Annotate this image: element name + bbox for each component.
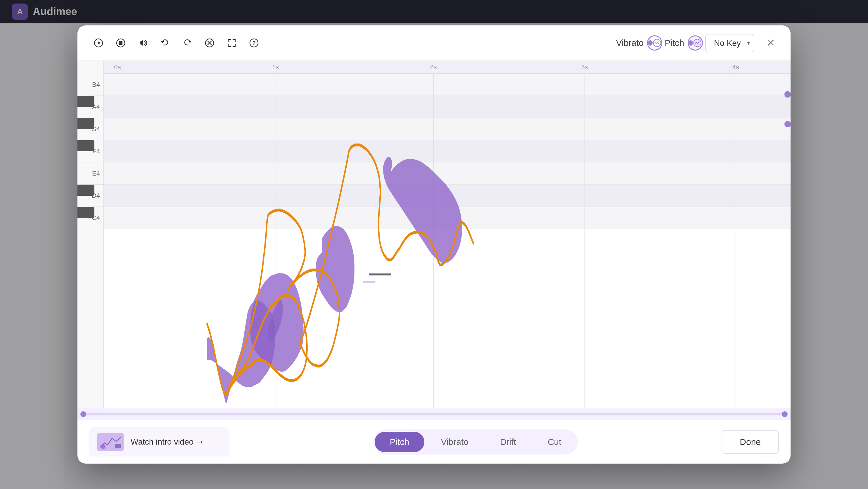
key-Bb4 bbox=[78, 96, 94, 107]
expand-button[interactable] bbox=[222, 34, 241, 52]
tab-cut[interactable]: Cut bbox=[532, 432, 577, 452]
svg-rect-3 bbox=[119, 41, 122, 45]
svg-marker-1 bbox=[98, 41, 100, 45]
done-button[interactable]: Done bbox=[721, 430, 779, 454]
key-E4: E4 bbox=[78, 162, 103, 185]
progress-bar[interactable] bbox=[78, 409, 790, 420]
time-3s: 3s bbox=[581, 63, 588, 71]
footer-tabs: Pitch Vibrato Drift Cut bbox=[373, 429, 578, 455]
svg-rect-14 bbox=[115, 444, 121, 448]
clear-button[interactable] bbox=[200, 34, 219, 52]
vibrato-label: Vibrato bbox=[616, 35, 662, 51]
key-Gb4 bbox=[78, 140, 94, 151]
pitch-visualization bbox=[104, 74, 790, 409]
scroll-handles bbox=[785, 74, 790, 409]
vibrato-icon bbox=[647, 35, 662, 51]
help-button[interactable]: ? bbox=[245, 34, 263, 52]
svg-point-15 bbox=[101, 444, 105, 449]
pitch-editor-modal: ? Vibrato Pitch bbox=[78, 25, 790, 464]
close-button[interactable]: ✕ bbox=[763, 35, 779, 51]
time-0s: 0s bbox=[114, 63, 121, 71]
key-Eb4 bbox=[78, 185, 94, 196]
progress-track[interactable] bbox=[83, 413, 785, 415]
piano-roll-container: B4 A4 G4 F4 E4 D4 bbox=[78, 61, 790, 409]
pitch-icon bbox=[688, 35, 703, 51]
volume-button[interactable] bbox=[133, 34, 152, 52]
progress-start-handle[interactable] bbox=[81, 411, 86, 417]
modal-toolbar: ? Vibrato Pitch bbox=[78, 25, 790, 61]
svg-point-10 bbox=[694, 39, 702, 47]
time-1s: 1s bbox=[272, 63, 279, 71]
scroll-dot-bottom[interactable] bbox=[784, 121, 790, 127]
piano-keys: B4 A4 G4 F4 E4 D4 bbox=[78, 61, 104, 409]
time-ruler: 0s 1s 2s 3s 4s bbox=[104, 61, 790, 74]
grid-area: 0s 1s 2s 3s 4s bbox=[104, 61, 790, 409]
key-Db4 bbox=[78, 207, 94, 218]
key-B4: B4 bbox=[78, 74, 103, 96]
modal-footer: Watch intro video → Pitch Vibrato Drift … bbox=[78, 420, 790, 464]
watch-intro-label: Watch intro video → bbox=[131, 437, 204, 447]
tab-drift[interactable]: Drift bbox=[485, 432, 531, 452]
time-2s: 2s bbox=[430, 63, 437, 71]
stop-button[interactable] bbox=[111, 34, 130, 52]
svg-rect-13 bbox=[97, 433, 124, 451]
tab-vibrato[interactable]: Vibrato bbox=[426, 432, 484, 452]
scroll-dot-top[interactable] bbox=[784, 91, 790, 98]
no-key-wrapper[interactable]: No Key CC#D D#EF F#GG# AA#B bbox=[705, 34, 754, 52]
redo-button[interactable] bbox=[178, 34, 197, 52]
play-button[interactable] bbox=[89, 34, 108, 52]
watch-intro-card[interactable]: Watch intro video → bbox=[89, 427, 229, 457]
watch-intro-thumbnail bbox=[97, 433, 124, 451]
progress-end-handle[interactable] bbox=[782, 411, 787, 417]
time-4s: 4s bbox=[732, 63, 739, 71]
svg-text:?: ? bbox=[252, 40, 256, 46]
undo-button[interactable] bbox=[156, 34, 175, 52]
key-select[interactable]: No Key CC#D D#EF F#GG# AA#B bbox=[705, 34, 754, 52]
tab-pitch[interactable]: Pitch bbox=[375, 432, 425, 452]
key-Ab4 bbox=[78, 118, 94, 129]
pitch-toolbar-label: Pitch bbox=[664, 35, 703, 51]
